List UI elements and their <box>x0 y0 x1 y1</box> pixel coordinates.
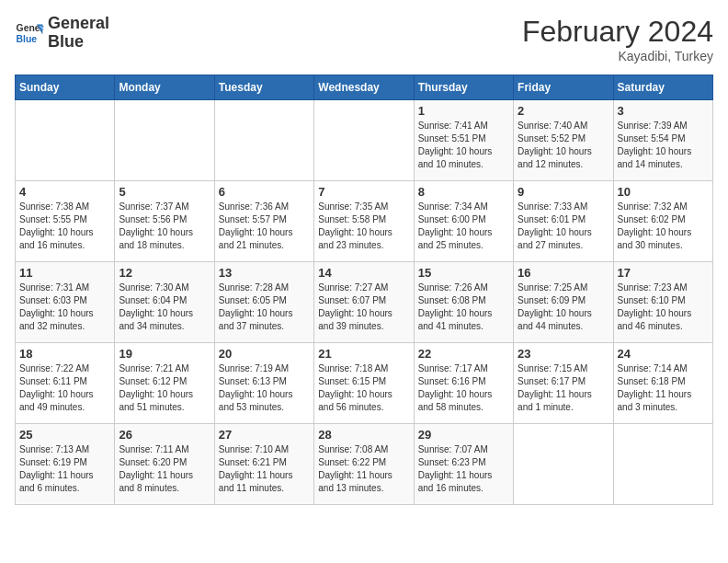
calendar-cell: 4Sunrise: 7:38 AM Sunset: 5:55 PM Daylig… <box>16 181 115 262</box>
day-info: Sunrise: 7:21 AM Sunset: 6:12 PM Dayligh… <box>119 362 210 414</box>
header-saturday: Saturday <box>613 75 712 100</box>
day-number: 26 <box>119 428 210 442</box>
calendar-table: SundayMondayTuesdayWednesdayThursdayFrid… <box>15 75 713 505</box>
calendar-cell: 25Sunrise: 7:13 AM Sunset: 6:19 PM Dayli… <box>16 424 115 505</box>
month-title: February 2024 <box>522 15 713 49</box>
calendar-cell: 6Sunrise: 7:36 AM Sunset: 5:57 PM Daylig… <box>214 181 313 262</box>
calendar-cell: 28Sunrise: 7:08 AM Sunset: 6:22 PM Dayli… <box>314 424 414 505</box>
calendar-cell: 10Sunrise: 7:32 AM Sunset: 6:02 PM Dayli… <box>613 181 712 262</box>
logo-text-line1: General <box>48 15 109 33</box>
day-number: 7 <box>318 185 409 199</box>
day-number: 27 <box>219 428 310 442</box>
day-info: Sunrise: 7:07 AM Sunset: 6:23 PM Dayligh… <box>418 443 509 495</box>
day-info: Sunrise: 7:41 AM Sunset: 5:51 PM Dayligh… <box>418 120 509 171</box>
day-info: Sunrise: 7:13 AM Sunset: 6:19 PM Dayligh… <box>19 443 110 495</box>
day-number: 5 <box>119 185 210 199</box>
calendar-week-2: 4Sunrise: 7:38 AM Sunset: 5:55 PM Daylig… <box>16 181 713 262</box>
calendar-week-3: 11Sunrise: 7:31 AM Sunset: 6:03 PM Dayli… <box>16 262 713 343</box>
calendar-cell: 9Sunrise: 7:33 AM Sunset: 6:01 PM Daylig… <box>514 181 613 262</box>
calendar-cell: 14Sunrise: 7:27 AM Sunset: 6:07 PM Dayli… <box>314 262 414 343</box>
day-info: Sunrise: 7:34 AM Sunset: 6:00 PM Dayligh… <box>418 201 509 252</box>
calendar-cell: 24Sunrise: 7:14 AM Sunset: 6:18 PM Dayli… <box>613 343 712 424</box>
day-info: Sunrise: 7:35 AM Sunset: 5:58 PM Dayligh… <box>318 201 409 252</box>
calendar-cell: 23Sunrise: 7:15 AM Sunset: 6:17 PM Dayli… <box>514 343 613 424</box>
calendar-cell: 7Sunrise: 7:35 AM Sunset: 5:58 PM Daylig… <box>314 181 414 262</box>
day-info: Sunrise: 7:08 AM Sunset: 6:22 PM Dayligh… <box>318 443 409 495</box>
day-info: Sunrise: 7:28 AM Sunset: 6:05 PM Dayligh… <box>219 282 310 333</box>
day-info: Sunrise: 7:10 AM Sunset: 6:21 PM Dayligh… <box>219 443 310 495</box>
day-number: 12 <box>119 266 210 280</box>
calendar-cell: 20Sunrise: 7:19 AM Sunset: 6:13 PM Dayli… <box>214 343 313 424</box>
header-thursday: Thursday <box>414 75 513 100</box>
calendar-cell: 15Sunrise: 7:26 AM Sunset: 6:08 PM Dayli… <box>414 262 513 343</box>
day-number: 28 <box>318 428 409 442</box>
calendar-week-5: 25Sunrise: 7:13 AM Sunset: 6:19 PM Dayli… <box>16 424 713 505</box>
location-subtitle: Kayadibi, Turkey <box>522 49 713 63</box>
day-number: 18 <box>19 347 110 361</box>
day-info: Sunrise: 7:39 AM Sunset: 5:54 PM Dayligh… <box>618 120 709 171</box>
calendar-header-row: SundayMondayTuesdayWednesdayThursdayFrid… <box>16 75 713 100</box>
header-sunday: Sunday <box>16 75 115 100</box>
day-info: Sunrise: 7:31 AM Sunset: 6:03 PM Dayligh… <box>19 282 110 333</box>
day-info: Sunrise: 7:36 AM Sunset: 5:57 PM Dayligh… <box>219 201 310 252</box>
day-info: Sunrise: 7:23 AM Sunset: 6:10 PM Dayligh… <box>618 282 709 333</box>
day-number: 10 <box>618 185 709 199</box>
day-number: 4 <box>19 185 110 199</box>
day-number: 29 <box>418 428 509 442</box>
calendar-cell: 16Sunrise: 7:25 AM Sunset: 6:09 PM Dayli… <box>514 262 613 343</box>
day-info: Sunrise: 7:38 AM Sunset: 5:55 PM Dayligh… <box>19 201 110 252</box>
day-number: 25 <box>19 428 110 442</box>
day-info: Sunrise: 7:37 AM Sunset: 5:56 PM Dayligh… <box>119 201 210 252</box>
day-number: 11 <box>19 266 110 280</box>
calendar-cell <box>314 100 414 181</box>
day-number: 1 <box>418 104 509 118</box>
header-tuesday: Tuesday <box>214 75 313 100</box>
calendar-cell <box>16 100 115 181</box>
logo-icon: General Blue <box>15 18 44 48</box>
calendar-cell: 5Sunrise: 7:37 AM Sunset: 5:56 PM Daylig… <box>115 181 214 262</box>
day-info: Sunrise: 7:11 AM Sunset: 6:20 PM Dayligh… <box>119 443 210 495</box>
header-monday: Monday <box>115 75 214 100</box>
calendar-cell <box>613 424 712 505</box>
day-number: 15 <box>418 266 509 280</box>
calendar-week-4: 18Sunrise: 7:22 AM Sunset: 6:11 PM Dayli… <box>16 343 713 424</box>
day-info: Sunrise: 7:22 AM Sunset: 6:11 PM Dayligh… <box>19 362 110 414</box>
day-number: 3 <box>618 104 709 118</box>
day-info: Sunrise: 7:17 AM Sunset: 6:16 PM Dayligh… <box>418 362 509 414</box>
calendar-cell: 22Sunrise: 7:17 AM Sunset: 6:16 PM Dayli… <box>414 343 513 424</box>
calendar-cell: 2Sunrise: 7:40 AM Sunset: 5:52 PM Daylig… <box>514 100 613 181</box>
day-number: 21 <box>318 347 409 361</box>
calendar-cell: 8Sunrise: 7:34 AM Sunset: 6:00 PM Daylig… <box>414 181 513 262</box>
calendar-cell: 19Sunrise: 7:21 AM Sunset: 6:12 PM Dayli… <box>115 343 214 424</box>
calendar-cell: 26Sunrise: 7:11 AM Sunset: 6:20 PM Dayli… <box>115 424 214 505</box>
day-number: 2 <box>518 104 609 118</box>
calendar-cell: 21Sunrise: 7:18 AM Sunset: 6:15 PM Dayli… <box>314 343 414 424</box>
day-number: 17 <box>618 266 709 280</box>
day-number: 16 <box>518 266 609 280</box>
day-info: Sunrise: 7:30 AM Sunset: 6:04 PM Dayligh… <box>119 282 210 333</box>
calendar-cell <box>214 100 313 181</box>
day-info: Sunrise: 7:26 AM Sunset: 6:08 PM Dayligh… <box>418 282 509 333</box>
header-wednesday: Wednesday <box>314 75 414 100</box>
day-number: 19 <box>119 347 210 361</box>
logo: General Blue General Blue <box>15 15 109 52</box>
calendar-cell: 18Sunrise: 7:22 AM Sunset: 6:11 PM Dayli… <box>16 343 115 424</box>
day-number: 20 <box>219 347 310 361</box>
day-info: Sunrise: 7:40 AM Sunset: 5:52 PM Dayligh… <box>518 120 609 171</box>
calendar-cell <box>115 100 214 181</box>
day-number: 14 <box>318 266 409 280</box>
day-number: 22 <box>418 347 509 361</box>
svg-text:Blue: Blue <box>17 33 38 43</box>
day-number: 6 <box>219 185 310 199</box>
calendar-cell: 27Sunrise: 7:10 AM Sunset: 6:21 PM Dayli… <box>214 424 313 505</box>
day-number: 23 <box>518 347 609 361</box>
title-block: February 2024 Kayadibi, Turkey <box>522 15 713 63</box>
calendar-cell: 13Sunrise: 7:28 AM Sunset: 6:05 PM Dayli… <box>214 262 313 343</box>
calendar-week-1: 1Sunrise: 7:41 AM Sunset: 5:51 PM Daylig… <box>16 100 713 181</box>
calendar-cell: 12Sunrise: 7:30 AM Sunset: 6:04 PM Dayli… <box>115 262 214 343</box>
page-header: General Blue General Blue February 2024 … <box>15 15 713 63</box>
day-number: 13 <box>219 266 310 280</box>
day-info: Sunrise: 7:25 AM Sunset: 6:09 PM Dayligh… <box>518 282 609 333</box>
calendar-cell <box>514 424 613 505</box>
day-info: Sunrise: 7:33 AM Sunset: 6:01 PM Dayligh… <box>518 201 609 252</box>
